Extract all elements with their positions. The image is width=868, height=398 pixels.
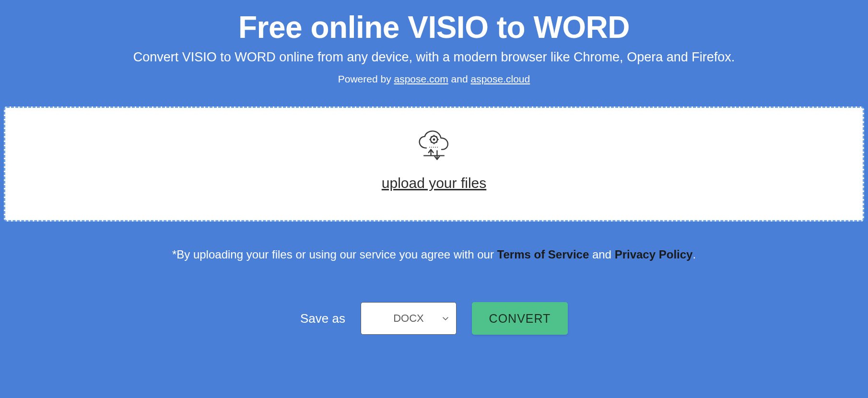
disclaimer-prefix: *By uploading your files or using our se… <box>172 248 497 261</box>
convert-button[interactable]: CONVERT <box>472 302 568 335</box>
powered-by-prefix: Powered by <box>338 73 394 84</box>
privacy-policy-link[interactable]: Privacy Policy <box>615 248 693 261</box>
dropzone-wrapper: upload your files <box>4 106 864 222</box>
terms-of-service-link[interactable]: Terms of Service <box>497 248 589 261</box>
svg-point-1 <box>433 139 435 141</box>
disclaimer-suffix: . <box>692 248 696 261</box>
main-container: Free online VISIO to WORD Convert VISIO … <box>0 0 868 335</box>
powered-by-mid: and <box>448 73 471 84</box>
controls-row: Save as DOCX CONVERT <box>0 302 868 335</box>
svg-line-8 <box>431 142 432 143</box>
format-select-value: DOCX <box>393 312 424 325</box>
file-dropzone[interactable]: upload your files <box>4 106 864 222</box>
svg-line-9 <box>436 137 437 138</box>
format-select[interactable]: DOCX <box>361 302 457 335</box>
save-as-label: Save as <box>300 311 345 326</box>
aspose-com-link[interactable]: aspose.com <box>394 73 448 84</box>
cloud-upload-icon <box>415 128 453 166</box>
disclaimer-mid: and <box>589 248 614 261</box>
aspose-cloud-link[interactable]: aspose.cloud <box>470 73 530 84</box>
upload-files-label: upload your files <box>382 175 486 191</box>
powered-by-line: Powered by aspose.com and aspose.cloud <box>0 73 868 106</box>
chevron-down-icon <box>442 315 449 322</box>
page-title: Free online VISIO to WORD <box>0 0 868 50</box>
page-subtitle: Convert VISIO to WORD online from any de… <box>0 50 868 73</box>
disclaimer-text: *By uploading your files or using our se… <box>0 248 868 261</box>
svg-line-7 <box>436 142 437 143</box>
svg-line-6 <box>431 137 432 138</box>
